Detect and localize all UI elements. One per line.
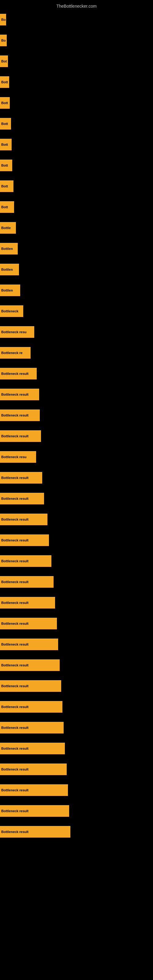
bar-item: Bottleneck result	[0, 576, 54, 588]
bar-item: Bottleneck	[0, 305, 23, 317]
bar-item: Bottleneck result	[0, 743, 65, 754]
bar-label: Bottleneck re	[1, 351, 22, 355]
bar-item: Bottleneck resu	[0, 326, 34, 338]
bar-label: Bottlen	[1, 288, 13, 292]
bar-label: Bottleneck result	[1, 497, 29, 500]
bar-row: Bottleneck result	[0, 509, 153, 530]
bar-row: Bott	[0, 134, 153, 155]
bar-item: Bottleneck result	[0, 784, 68, 796]
bar-row: Bottleneck result	[0, 717, 153, 738]
bar-row: Bott	[0, 155, 153, 176]
bar-row: Bottleneck resu	[0, 447, 153, 467]
bar-label: Bott	[1, 185, 8, 188]
bar-row: Bottlen	[0, 238, 153, 259]
bar-item: Bottleneck resu	[0, 451, 36, 463]
bar-label: Bottleneck result	[1, 767, 29, 771]
bar-row: Bottleneck resu	[0, 321, 153, 342]
bar-item: Bottle	[0, 222, 16, 234]
bar-item: Bottleneck result	[0, 472, 42, 484]
bar-row: Bottleneck result	[0, 467, 153, 488]
bar-row: Bottleneck result	[0, 550, 153, 571]
bar-item: Bo	[0, 35, 7, 46]
bar-label: Bott	[1, 164, 8, 167]
bar-item: Bottleneck result	[0, 680, 61, 692]
bar-label: Bottleneck result	[1, 726, 29, 730]
bar-item: Bottlen	[0, 243, 18, 255]
bar-row: Bottle	[0, 218, 153, 238]
bar-row: Bott	[0, 92, 153, 113]
bar-label: Bott	[1, 122, 8, 126]
bar-label: Bottle	[1, 226, 11, 230]
bar-row: Bot	[0, 51, 153, 72]
bar-row: Bottleneck result	[0, 780, 153, 800]
bar-row: Bottleneck result	[0, 488, 153, 509]
bar-row: Bottleneck result	[0, 592, 153, 613]
bar-item: Bottleneck result	[0, 638, 58, 650]
bar-item: Bottleneck result	[0, 722, 64, 733]
bar-item: Bott	[0, 159, 12, 171]
bar-item: Bott	[0, 76, 9, 88]
bar-row: Bottleneck result	[0, 634, 153, 655]
bar-item: Bottleneck result	[0, 409, 40, 421]
bar-label: Bott	[1, 80, 8, 84]
bar-item: Bottleneck result	[0, 659, 60, 671]
bar-label: Bottleneck result	[1, 601, 29, 605]
bar-row: Bottleneck result	[0, 655, 153, 676]
bar-item: Bottlen	[0, 285, 20, 296]
bar-row: Bottleneck result	[0, 426, 153, 447]
bar-item: Bottlen	[0, 264, 19, 275]
bar-row: Bottlen	[0, 280, 153, 301]
bar-row: Bottleneck result	[0, 821, 153, 842]
bar-item: Bottleneck result	[0, 618, 57, 629]
bar-label: Bottleneck result	[1, 414, 29, 417]
bar-label: Bottleneck result	[1, 684, 29, 688]
bar-row: Bott	[0, 72, 153, 92]
bar-row: Bottleneck result	[0, 571, 153, 592]
bar-row: Bottleneck result	[0, 363, 153, 384]
bar-item: Bott	[0, 97, 10, 109]
bar-item: Bo	[0, 14, 6, 25]
bars-container: BoBoBotBottBottBottBottBottBottBottBottl…	[0, 9, 153, 842]
bar-item: Bottleneck result	[0, 368, 37, 379]
bar-item: Bottleneck result	[0, 701, 62, 713]
bar-row: Bottleneck	[0, 301, 153, 321]
bar-label: Bottleneck resu	[1, 455, 27, 459]
bar-item: Bottleneck re	[0, 347, 30, 359]
bar-label: Bottleneck result	[1, 663, 29, 667]
bar-row: Bo	[0, 9, 153, 30]
bar-row: Bottleneck result	[0, 530, 153, 550]
bar-item: Bottleneck result	[0, 764, 67, 775]
bar-row: Bottleneck result	[0, 738, 153, 759]
bar-row: Bottleneck result	[0, 759, 153, 780]
bar-label: Bott	[1, 101, 8, 105]
bar-item: Bottleneck result	[0, 555, 51, 567]
bar-label: Bottleneck result	[1, 622, 29, 625]
bar-label: Bo	[1, 38, 6, 42]
bar-item: Bott	[0, 180, 13, 192]
bar-label: Bottleneck resu	[1, 330, 27, 334]
bar-label: Bottleneck result	[1, 643, 29, 646]
bar-label: Bottleneck result	[1, 517, 29, 521]
bar-label: Bottleneck result	[1, 830, 29, 834]
bar-item: Bottleneck result	[0, 514, 48, 525]
bar-label: Bottleneck result	[1, 809, 29, 813]
bar-item: Bottleneck result	[0, 430, 41, 442]
bar-label: Bottleneck result	[1, 747, 29, 750]
bar-row: Bo	[0, 30, 153, 51]
bar-item: Bot	[0, 56, 8, 67]
bar-item: Bott	[0, 201, 14, 213]
bar-row: Bott	[0, 113, 153, 134]
bar-item: Bott	[0, 139, 12, 150]
bar-label: Bott	[1, 143, 8, 146]
bar-label: Bottlen	[1, 247, 13, 250]
bar-label: Bottleneck result	[1, 788, 29, 792]
bar-label: Bot	[1, 59, 7, 63]
bar-row: Bottleneck re	[0, 342, 153, 363]
bar-label: Bottleneck result	[1, 538, 29, 542]
bar-item: Bottleneck result	[0, 597, 55, 609]
bar-item: Bottleneck result	[0, 826, 70, 838]
bar-label: Bottlen	[1, 268, 13, 271]
bar-label: Bott	[1, 205, 8, 209]
bar-label: Bottleneck result	[1, 372, 29, 375]
bar-row: Bottleneck result	[0, 384, 153, 405]
